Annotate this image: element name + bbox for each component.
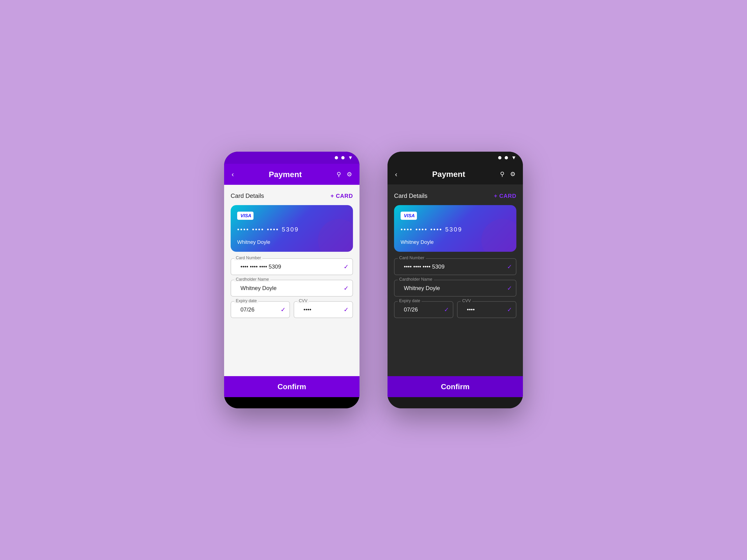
- signal-dot-dark-2: [505, 156, 508, 159]
- cvv-field-light: CVV •••• ✓: [294, 301, 353, 318]
- cvv-check-light: ✓: [344, 306, 349, 313]
- expiry-check-light: ✓: [281, 306, 286, 313]
- expiry-cvv-row-dark: Expiry date 07/26 ✓ CVV •••• ✓: [394, 301, 516, 323]
- header-dark: ‹ Payment ⚲ ⚙: [387, 164, 523, 185]
- cardholder-name-field-light: Cardholder Name Whitney Doyle ✓: [231, 280, 353, 297]
- card-details-label-light: Card Details: [231, 192, 264, 199]
- visa-badge-dark: VISA: [401, 212, 417, 220]
- cardholder-name-field-dark: Cardholder Name Whitney Doyle ✓: [394, 280, 516, 297]
- bottom-bar-light: [224, 397, 360, 408]
- expiry-field-light: Expiry date 07/26 ✓: [231, 301, 290, 318]
- settings-button-dark[interactable]: ⚙: [510, 170, 515, 178]
- page-title-dark: Payment: [403, 170, 494, 179]
- cardholder-display-dark: Whitney Doyle: [401, 239, 510, 245]
- card-number-field-dark: Card Number •••• •••• •••• 5309 ✓: [394, 258, 516, 275]
- cardholder-name-input-light[interactable]: Whitney Doyle ✓: [231, 280, 353, 297]
- card-details-row-light: Card Details + CARD: [231, 192, 353, 199]
- back-button-light[interactable]: ‹: [232, 170, 234, 178]
- page-title-light: Payment: [239, 170, 331, 179]
- card-number-display-dark: •••• •••• •••• 5309: [401, 226, 510, 233]
- cardholder-display-light: Whitney Doyle: [237, 239, 346, 245]
- cvv-input-dark[interactable]: •••• ✓: [457, 301, 516, 318]
- content-dark: Card Details + CARD VISA •••• •••• •••• …: [387, 185, 523, 376]
- expiry-check-dark: ✓: [444, 306, 449, 313]
- wifi-icon: ▼: [348, 155, 353, 161]
- cardholder-name-label-light: Cardholder Name: [234, 277, 270, 282]
- add-card-btn-light[interactable]: + CARD: [331, 193, 353, 199]
- cvv-check-dark: ✓: [507, 306, 512, 313]
- header-light: ‹ Payment ⚲ ⚙: [224, 164, 360, 185]
- phone-light: ▼ ‹ Payment ⚲ ⚙ Card Details + CARD VISA…: [224, 152, 360, 408]
- expiry-label-dark: Expiry date: [398, 298, 421, 303]
- visa-logo-light: VISA: [237, 212, 346, 220]
- cardholder-name-input-dark[interactable]: Whitney Doyle ✓: [394, 280, 516, 297]
- confirm-btn-light[interactable]: Confirm: [224, 376, 360, 397]
- credit-card-light: VISA •••• •••• •••• 5309 Whitney Doyle: [231, 205, 353, 252]
- card-number-input-light[interactable]: •••• •••• •••• 5309 ✓: [231, 258, 353, 275]
- expiry-input-light[interactable]: 07/26 ✓: [231, 301, 290, 318]
- add-card-btn-dark[interactable]: + CARD: [494, 193, 516, 199]
- cvv-field-dark: CVV •••• ✓: [457, 301, 516, 318]
- content-light: Card Details + CARD VISA •••• •••• •••• …: [224, 185, 360, 376]
- phone-dark: ▼ ‹ Payment ⚲ ⚙ Card Details + CARD VISA…: [387, 152, 523, 408]
- signal-dot-dark-1: [498, 156, 501, 159]
- card-number-check-dark: ✓: [507, 263, 512, 270]
- card-details-label-dark: Card Details: [394, 192, 428, 199]
- back-button-dark[interactable]: ‹: [395, 170, 397, 178]
- search-button-light[interactable]: ⚲: [337, 171, 341, 178]
- expiry-field-dark: Expiry date 07/26 ✓: [394, 301, 453, 318]
- card-number-input-dark[interactable]: •••• •••• •••• 5309 ✓: [394, 258, 516, 275]
- cvv-input-light[interactable]: •••• ✓: [294, 301, 353, 318]
- credit-card-dark: VISA •••• •••• •••• 5309 Whitney Doyle: [394, 205, 516, 252]
- wifi-icon-dark: ▼: [511, 155, 516, 161]
- visa-badge-light: VISA: [237, 212, 254, 220]
- cvv-label-dark: CVV: [461, 298, 472, 303]
- cvv-label-light: CVV: [298, 298, 309, 303]
- status-bar-light: ▼: [224, 152, 360, 164]
- expiry-label-light: Expiry date: [234, 298, 258, 303]
- card-number-display-light: •••• •••• •••• 5309: [237, 226, 346, 233]
- cardholder-check-dark: ✓: [507, 285, 512, 292]
- signal-dot-2: [341, 156, 344, 159]
- expiry-cvv-row-light: Expiry date 07/26 ✓ CVV •••• ✓: [231, 301, 353, 323]
- status-bar-dark: ▼: [387, 152, 523, 164]
- cardholder-check-light: ✓: [344, 285, 349, 292]
- card-number-check-light: ✓: [344, 263, 349, 270]
- card-details-row-dark: Card Details + CARD: [394, 192, 516, 199]
- spacer-dark: [394, 323, 516, 376]
- card-number-label-dark: Card Number: [398, 256, 426, 260]
- search-button-dark[interactable]: ⚲: [500, 170, 505, 178]
- spacer-light: [231, 323, 353, 376]
- card-number-field-light: Card Number •••• •••• •••• 5309 ✓: [231, 258, 353, 275]
- settings-button-light[interactable]: ⚙: [347, 171, 352, 178]
- confirm-btn-dark[interactable]: Confirm: [387, 376, 523, 397]
- signal-dot-1: [335, 156, 338, 159]
- bottom-bar-dark: [387, 397, 523, 408]
- visa-logo-dark: VISA: [401, 212, 510, 220]
- card-number-label-light: Card Number: [234, 256, 262, 260]
- expiry-input-dark[interactable]: 07/26 ✓: [394, 301, 453, 318]
- cardholder-name-label-dark: Cardholder Name: [398, 277, 434, 282]
